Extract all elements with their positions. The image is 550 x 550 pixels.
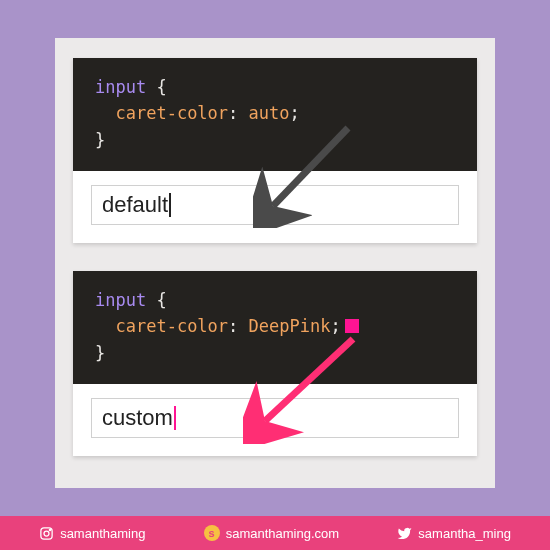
footer-website[interactable]: s samanthaming.com [204,525,339,541]
footer-instagram[interactable]: samanthaming [39,526,145,541]
twitter-icon [397,526,412,541]
code-selector: input [95,290,146,310]
code-property: caret-color [115,316,228,336]
footer-website-url: samanthaming.com [226,526,339,541]
code-brace-open: { [146,290,166,310]
instagram-icon [39,526,54,541]
input-demo-area: custom [73,384,477,456]
input-text: default [102,192,168,218]
code-block: input { caret-color: auto; } [73,58,477,171]
footer-twitter-handle: samantha_ming [418,526,511,541]
example-card-custom: input { caret-color: DeepPink; } custom [73,271,477,456]
code-semicolon: ; [330,316,340,336]
footer-bar: samanthaming s samanthaming.com samantha… [0,516,550,550]
code-property: caret-color [115,103,228,123]
code-brace-close: } [95,130,105,150]
code-colon: : [228,103,248,123]
input-demo-area: default [73,171,477,243]
code-colon: : [228,316,248,336]
svg-point-3 [44,531,49,536]
svg-point-4 [49,529,50,530]
code-value: auto [249,103,290,123]
code-brace-close: } [95,343,105,363]
website-badge-icon: s [204,525,220,541]
code-selector: input [95,77,146,97]
caret-icon [174,406,176,430]
input-text: custom [102,405,173,431]
example-card-default: input { caret-color: auto; } default [73,58,477,243]
footer-twitter[interactable]: samantha_ming [397,526,511,541]
color-swatch-icon [345,319,359,333]
code-brace-open: { [146,77,166,97]
code-value: DeepPink [249,316,331,336]
demo-input-custom[interactable]: custom [91,398,459,438]
code-semicolon: ; [290,103,300,123]
demo-input-default[interactable]: default [91,185,459,225]
code-block: input { caret-color: DeepPink; } [73,271,477,384]
caret-icon [169,193,171,217]
footer-instagram-handle: samanthaming [60,526,145,541]
content-canvas: input { caret-color: auto; } default [55,38,495,488]
